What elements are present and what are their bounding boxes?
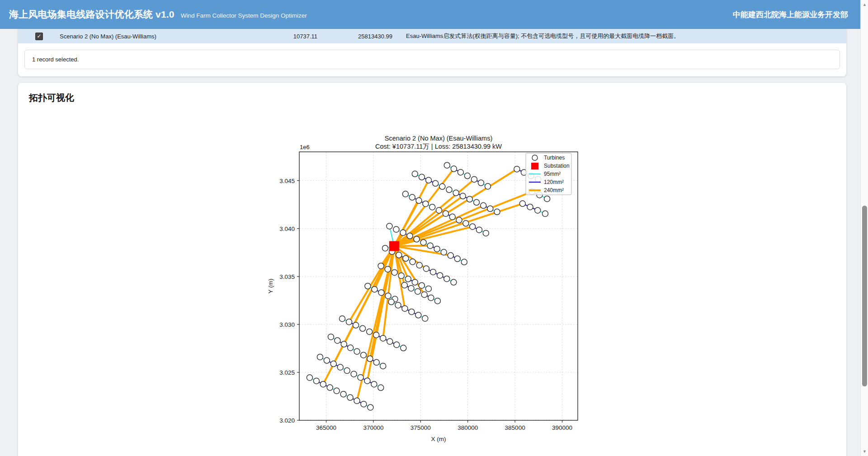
section-title: 拓扑可视化: [29, 92, 835, 104]
scenario-cost: 10737.11: [253, 33, 317, 40]
scenario-table-card: ✓ Scenario 2 (No Max) (Esau-Williams) 10…: [18, 29, 846, 76]
svg-text:380000: 380000: [458, 424, 478, 431]
svg-text:370000: 370000: [363, 424, 383, 431]
svg-text:3.035: 3.035: [279, 273, 295, 280]
scenario-name: Scenario 2 (No Max) (Esau-Williams): [60, 33, 253, 40]
selection-status: 1 record selected.: [24, 50, 840, 69]
scroll-up-icon[interactable]: ▲: [861, 1, 868, 8]
svg-text:3.020: 3.020: [279, 417, 295, 424]
scrollbar-thumb[interactable]: [862, 206, 867, 386]
svg-text:1e6: 1e6: [300, 144, 310, 150]
svg-text:Substation: Substation: [544, 163, 570, 169]
svg-text:95mm²: 95mm²: [544, 171, 561, 177]
table-row[interactable]: ✓ Scenario 2 (No Max) (Esau-Williams) 10…: [18, 29, 846, 43]
app-title: 海上风电场集电线路设计优化系统 v1.0: [9, 8, 175, 21]
vertical-scrollbar[interactable]: ▲ ▼: [860, 0, 868, 456]
scenario-loss: 25813430.99: [317, 33, 392, 40]
svg-text:X (m): X (m): [431, 436, 446, 442]
main-content: ✓ Scenario 2 (No Max) (Esau-Williams) 10…: [0, 29, 860, 456]
row-checkbox[interactable]: ✓: [35, 33, 43, 40]
svg-text:3.045: 3.045: [279, 178, 295, 184]
svg-text:3.030: 3.030: [279, 321, 295, 328]
svg-text:385000: 385000: [505, 424, 525, 431]
svg-text:390000: 390000: [552, 424, 572, 431]
svg-text:Cost: ¥10737.11万 | Loss: 25813: Cost: ¥10737.11万 | Loss: 25813430.99 kW: [375, 143, 502, 150]
topology-chart: 3650003700003750003800003850003900003.02…: [240, 130, 597, 447]
org-name: 中能建西北院海上能源业务开发部: [733, 9, 848, 20]
svg-text:Turbines: Turbines: [544, 155, 565, 161]
scenario-description: Esau-Williams启发式算法(权衡距离与容量); 不包含可选电缆型号，且…: [392, 32, 846, 40]
svg-text:3.040: 3.040: [279, 226, 295, 232]
chart-area: 3650003700003750003800003850003900003.02…: [29, 104, 835, 456]
topology-card: 拓扑可视化 3650003700003750003800003850003900…: [18, 83, 846, 456]
svg-text:120mm²: 120mm²: [544, 179, 564, 185]
svg-text:Y (m): Y (m): [267, 279, 274, 294]
svg-text:365000: 365000: [316, 424, 336, 431]
svg-text:3.025: 3.025: [279, 369, 295, 376]
app-subtitle: Wind Farm Collector System Design Optimi…: [181, 12, 307, 19]
svg-text:375000: 375000: [410, 424, 431, 431]
svg-text:240mm²: 240mm²: [544, 187, 564, 193]
svg-text:Scenario 2 (No Max) (Esau-Will: Scenario 2 (No Max) (Esau-Williams): [385, 135, 493, 142]
app-header: 海上风电场集电线路设计优化系统 v1.0 Wind Farm Collector…: [0, 0, 868, 29]
scroll-down-icon[interactable]: ▼: [861, 448, 868, 455]
